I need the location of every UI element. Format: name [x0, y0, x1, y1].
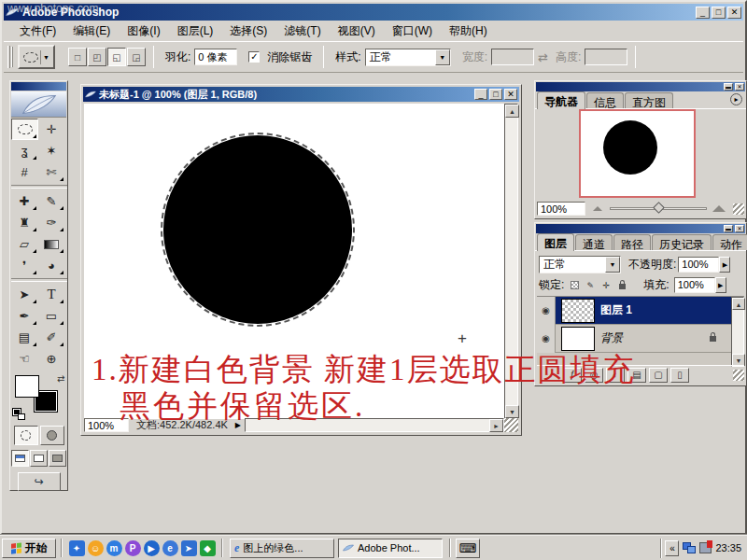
width-input[interactable] [491, 49, 534, 65]
doc-maximize-button[interactable]: □ [489, 89, 502, 100]
tool-burn[interactable]: ◕ [38, 255, 65, 276]
doc-close-button[interactable]: ✕ [504, 89, 517, 100]
network-status-icon[interactable] [683, 542, 696, 553]
jump-to-imageready-button[interactable]: ↪ [18, 472, 61, 491]
taskbar-button-browser[interactable]: e 图上的绿色... [230, 539, 334, 558]
tool-lasso[interactable]: ʓ [11, 140, 38, 161]
palette-minimize-icon[interactable]: ▬ [724, 225, 733, 232]
fill-arrow-icon[interactable]: ▶ [715, 277, 726, 293]
tool-slice[interactable]: ✄ [38, 161, 65, 183]
tool-clone-stamp[interactable]: ♜ [11, 212, 38, 233]
tool-magic-wand[interactable]: ✶ [38, 140, 65, 161]
height-input[interactable] [585, 49, 627, 65]
zoom-in-button[interactable] [712, 205, 726, 212]
navigator-zoom-input[interactable]: 100% [537, 202, 585, 216]
tab-layers[interactable]: 图层 [537, 233, 574, 251]
resize-grip[interactable] [504, 418, 518, 432]
scroll-up-icon[interactable]: ▲ [505, 105, 519, 118]
lock-position-button[interactable]: ✛ [599, 278, 613, 292]
quick-mask-mode-button[interactable] [40, 426, 64, 445]
scroll-right-icon[interactable]: ► [489, 419, 503, 432]
style-select[interactable]: 正常 ▼ [365, 49, 451, 66]
scroll-down-icon[interactable]: ▼ [505, 405, 519, 418]
palette-resize-grip[interactable] [733, 370, 744, 381]
tool-notes[interactable]: ▤ [11, 327, 38, 348]
swap-colors-icon[interactable]: ⇄ [57, 373, 64, 384]
background-thumbnail[interactable] [561, 327, 595, 351]
fullscreen-menubar-mode-button[interactable] [30, 450, 48, 467]
options-bar-grip[interactable] [7, 46, 10, 68]
selection-mode-intersect-button[interactable]: ◲ [127, 48, 146, 66]
scroll-up-icon[interactable]: ▲ [732, 298, 745, 310]
menu-edit[interactable]: 编辑(E) [64, 21, 119, 41]
layers-palette-titlebar[interactable]: ▬ ✕ [536, 224, 745, 233]
tray-collapse-button[interactable]: « [665, 540, 679, 556]
tool-hand[interactable]: ☜ [11, 348, 38, 370]
tool-shape[interactable]: ▭ [38, 305, 65, 327]
tool-type[interactable]: T [38, 284, 65, 305]
start-button[interactable]: 开始 [2, 539, 56, 558]
tab-history[interactable]: 历史记录 [652, 234, 712, 250]
menu-layer[interactable]: 图层(L) [169, 21, 222, 41]
tool-preset-picker[interactable]: ▼ [18, 45, 55, 69]
photoshop-logo[interactable] [11, 91, 66, 118]
foreground-color-swatch[interactable] [15, 375, 39, 398]
menu-image[interactable]: 图像(I) [119, 21, 168, 41]
tool-pen[interactable]: ✒ [11, 305, 38, 327]
quick-launch-6-icon[interactable]: e [162, 540, 178, 556]
tab-channels[interactable]: 通道 [575, 234, 613, 250]
tray-alert-icon[interactable] [699, 542, 712, 553]
toolbox-titlebar[interactable] [11, 82, 66, 91]
antialias-checkbox[interactable]: ✓ [248, 51, 260, 63]
opacity-arrow-icon[interactable]: ▶ [719, 257, 730, 273]
quick-launch-2-icon[interactable]: ☺ [88, 540, 104, 556]
maximize-button[interactable]: □ [712, 7, 726, 19]
menu-window[interactable]: 窗口(W) [384, 21, 441, 41]
palette-resize-grip[interactable] [733, 203, 744, 215]
minimize-button[interactable]: _ [696, 7, 710, 19]
menu-file[interactable]: 文件(F) [11, 21, 64, 41]
menu-help[interactable]: 帮助(H) [441, 21, 496, 41]
opacity-input[interactable]: 100% [678, 257, 719, 273]
palette-close-icon[interactable]: ✕ [735, 83, 744, 91]
tool-blur[interactable]: ❜ [11, 255, 38, 276]
quick-launch-5-icon[interactable]: ▶ [144, 540, 160, 556]
tool-gradient[interactable] [38, 233, 65, 255]
selection-mode-add-button[interactable]: ◰ [88, 48, 106, 66]
tool-brush[interactable]: ✎ [38, 190, 65, 212]
navigator-zoom-slider[interactable] [610, 207, 707, 210]
layer1-thumbnail[interactable] [561, 299, 595, 323]
lock-pixels-button[interactable]: ✎ [583, 278, 598, 292]
layer-row-layer1[interactable]: ◉ 图层 1 [537, 297, 744, 325]
default-colors-icon[interactable] [13, 409, 25, 420]
tab-navigator[interactable]: 导航器 [537, 91, 585, 109]
tool-elliptical-marquee[interactable] [11, 119, 38, 140]
tool-zoom[interactable]: ⊕ [38, 348, 65, 370]
lock-all-button[interactable] [614, 278, 629, 292]
menu-view[interactable]: 视图(V) [330, 21, 384, 41]
input-method-keyboard-icon[interactable]: ⌨ [456, 539, 480, 558]
quick-launch-7-icon[interactable]: ➤ [181, 540, 197, 556]
zoom-out-button[interactable] [593, 206, 602, 211]
chevron-down-icon[interactable]: ▼ [605, 257, 620, 273]
new-layer-button[interactable]: ▢ [649, 368, 668, 383]
blend-mode-select[interactable]: 正常 ▼ [539, 256, 621, 273]
lock-transparency-button[interactable] [567, 278, 582, 292]
taskbar-button-photoshop[interactable]: Adobe Phot... [338, 539, 443, 558]
background-name[interactable]: 背景 [600, 330, 623, 346]
tab-actions[interactable]: 动作 [712, 234, 747, 250]
quick-launch-4-icon[interactable]: P [125, 540, 141, 556]
tool-path-selection[interactable]: ➤ [11, 284, 38, 305]
slider-thumb[interactable] [653, 202, 665, 214]
quick-launch-3-icon[interactable]: m [106, 540, 122, 556]
selection-mode-new-button[interactable]: □ [68, 48, 87, 66]
palette-minimize-icon[interactable]: ▬ [724, 83, 733, 91]
close-button[interactable]: ✕ [727, 7, 741, 19]
feather-input[interactable]: 0 像素 [194, 49, 237, 65]
menu-filter[interactable]: 滤镜(T) [275, 21, 329, 41]
tool-eyedropper[interactable]: ✐ [38, 327, 65, 348]
app-titlebar[interactable]: Adobe Photoshop _ □ ✕ [4, 4, 743, 21]
quick-launch-1-icon[interactable]: ✦ [69, 540, 85, 556]
layer1-name[interactable]: 图层 1 [600, 302, 632, 318]
tool-history-brush[interactable]: ✑ [38, 212, 65, 233]
